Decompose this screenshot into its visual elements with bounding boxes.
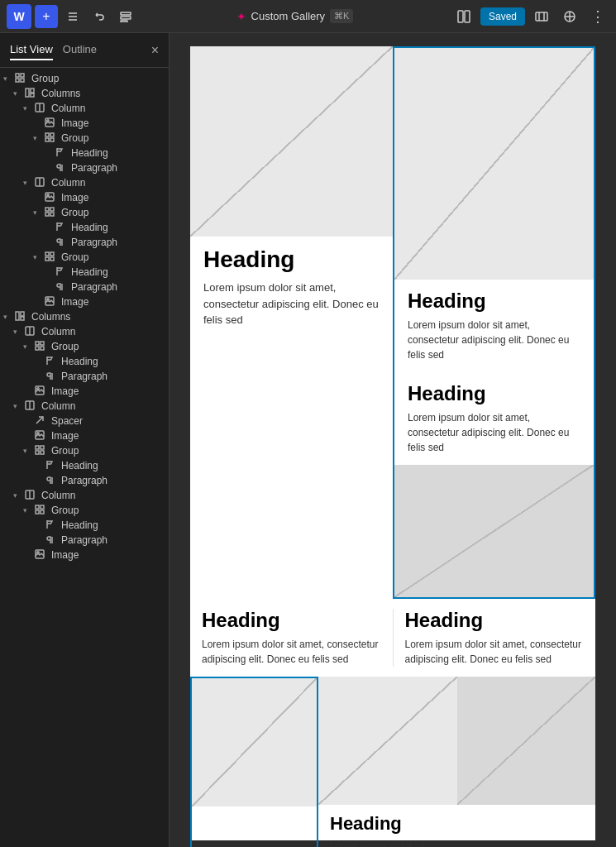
section3-right-para: Lorem ipsum dolor sit amet, consectetur … [405,637,585,667]
tree-item[interactable]: Heading [0,146,169,160]
svg-rect-23 [50,138,54,141]
svg-rect-12 [21,79,24,82]
tree-item[interactable]: Heading [0,458,169,473]
column-icon [25,490,38,501]
tree-item[interactable]: Image [0,428,169,443]
theme-toggle-button[interactable] [558,5,581,28]
section1-right-heading-1: Heading [408,290,580,313]
tree-item[interactable]: ▾Group [0,71,169,86]
tree-item[interactable]: ▾Group [0,131,169,146]
tree-item[interactable]: Paragraph [0,533,169,548]
svg-rect-38 [45,257,49,261]
section1-left-col: Heading Lorem ipsum dolor sit amet, cons… [190,46,393,599]
svg-rect-4 [465,11,470,22]
group-icon [45,207,58,218]
tree-item[interactable]: ▾Group [0,250,169,265]
sidebar-tree: ▾Group▾Columns▾ColumnImage▾GroupHeadingP… [0,68,169,847]
column-icon [25,400,38,412]
tree-item[interactable]: Heading [0,354,169,369]
tree-item[interactable]: Heading [0,518,169,533]
wp-logo-icon[interactable]: W [7,4,31,29]
tree-item-label: Columns [41,88,80,99]
tree-item[interactable]: Heading [0,265,169,280]
tree-item[interactable]: ▾Column [0,324,169,339]
tree-item[interactable]: ▾Group [0,339,169,354]
column-icon [35,103,48,114]
tree-item-label: Heading [71,147,108,159]
svg-rect-73 [41,510,44,514]
tree-item[interactable]: Image [0,116,169,131]
tree-item[interactable]: ▾Group [0,503,169,518]
svg-rect-2 [121,21,127,22]
image-icon [35,385,48,397]
tab-outline[interactable]: Outline [63,40,97,60]
tree-item[interactable]: Image [0,548,169,562]
tree-item[interactable]: Paragraph [0,235,169,250]
more-options-button[interactable]: ⋮ [586,5,609,28]
image-icon [45,296,58,308]
close-sidebar-button[interactable]: × [151,43,159,58]
paragraph-icon [45,534,58,546]
tree-item[interactable]: Paragraph [0,473,169,488]
svg-rect-20 [45,133,49,136]
preview-button[interactable] [530,5,553,28]
tree-item[interactable]: ▾Column [0,399,169,414]
tree-item[interactable]: Paragraph [0,160,169,175]
tree-item[interactable]: ▾Columns [0,86,169,101]
paragraph-icon [55,237,68,248]
columns-icon [25,88,38,99]
toolbar-right: Saved ⋮ [452,5,609,28]
tree-item-label: Heading [71,222,108,233]
tree-item[interactable]: Image [0,190,169,205]
svg-rect-14 [31,89,34,93]
svg-rect-11 [16,79,19,82]
view-button[interactable] [452,5,475,28]
add-block-button[interactable]: + [35,5,58,28]
section4-col-a [190,677,318,847]
svg-rect-51 [36,347,39,350]
heading-icon [55,266,68,278]
tools-icon[interactable] [61,5,84,28]
section4-image-a [192,678,317,806]
image-icon [35,430,48,442]
tree-item[interactable]: Paragraph [0,280,169,294]
svg-rect-13 [26,89,29,97]
svg-rect-71 [41,505,44,509]
list-view-button[interactable] [114,5,137,28]
section4-image-b [318,677,457,805]
svg-rect-50 [41,342,44,345]
tree-item-label: Group [51,445,79,457]
undo-button[interactable] [88,5,111,28]
svg-rect-49 [36,342,39,345]
svg-rect-45 [21,312,24,316]
svg-rect-15 [31,93,34,97]
section1-right-text-1: Heading Lorem ipsum dolor sit amet, cons… [394,280,594,372]
svg-rect-31 [50,208,54,211]
svg-rect-36 [45,252,49,256]
tree-item[interactable]: Spacer [0,414,169,428]
tree-item[interactable]: Paragraph [0,369,169,384]
svg-rect-62 [36,446,39,449]
svg-rect-22 [45,138,49,141]
tree-item[interactable]: Image [0,384,169,399]
svg-rect-65 [41,451,44,454]
tree-item[interactable]: ▾Group [0,443,169,458]
tab-list-view[interactable]: List View [10,40,53,60]
tree-item[interactable]: ▾Column [0,175,169,190]
tree-item[interactable]: Heading [0,220,169,235]
tree-item[interactable]: Image [0,294,169,309]
tree-item-label: Paragraph [71,237,117,248]
paragraph-icon [45,475,58,486]
tree-item-label: Group [61,207,88,218]
tree-item-label: Paragraph [61,534,107,546]
tree-item[interactable]: ▾Column [0,101,169,116]
tree-item-label: Paragraph [61,371,107,382]
tree-item-label: Spacer [51,415,83,427]
tree-item[interactable]: ▾Group [0,205,169,220]
section1-paragraph: Lorem ipsum dolor sit amet, consectetur … [203,280,380,328]
canvas-area[interactable]: Heading Lorem ipsum dolor sit amet, cons… [170,33,616,847]
saved-button[interactable]: Saved [480,7,525,26]
group-icon [35,505,48,516]
tree-item[interactable]: ▾Columns [0,309,169,324]
tree-item[interactable]: ▾Column [0,488,169,503]
